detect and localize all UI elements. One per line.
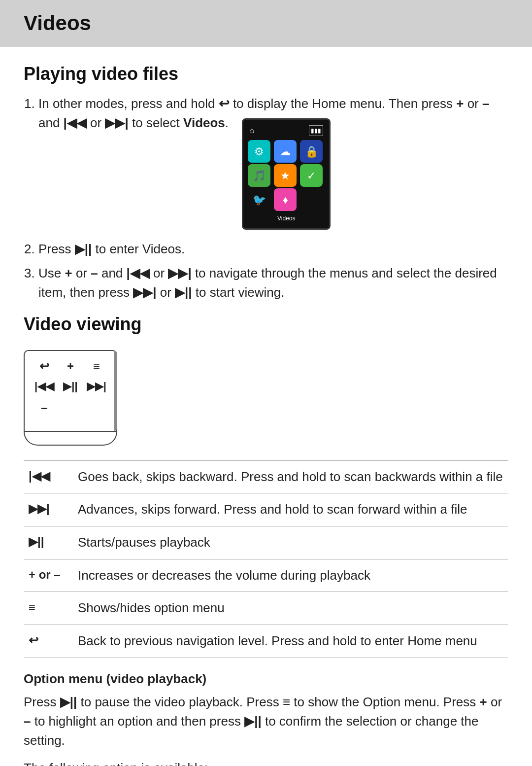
control-symbol-volume: + or – xyxy=(24,559,73,592)
control-row-prev: |◀◀ Goes back, skips backward. Press and… xyxy=(24,460,508,493)
plus-symbol: + xyxy=(61,358,80,375)
following-text: The following option is available: xyxy=(24,759,508,766)
playpause-symbol: ▶|| xyxy=(61,379,80,394)
step-2: Press ▶|| to enter Videos. xyxy=(38,240,508,259)
control-desc-volume: Increases or decreases the volume during… xyxy=(73,559,508,592)
control-symbol-menu: ≡ xyxy=(24,592,73,625)
menu-symbol: ≡ xyxy=(87,358,106,375)
page-title: Videos xyxy=(24,9,508,38)
control-row-menu: ≡ Shows/hides option menu xyxy=(24,592,508,625)
step-1: In other modes, press and hold ↩ to disp… xyxy=(38,94,508,235)
control-row-playpause: ▶|| Starts/pauses playback xyxy=(24,526,508,559)
option-menu-text: Press ▶|| to pause the video playback. P… xyxy=(24,693,508,750)
icon-cell-1: ⚙ xyxy=(248,140,270,163)
control-desc-prev: Goes back, skips backward. Press and hol… xyxy=(73,460,508,493)
prev-symbol: |◀◀ xyxy=(34,379,54,394)
icon-cell-2: ☁ xyxy=(274,140,297,163)
minus-symbol: – xyxy=(34,399,54,416)
control-symbol-prev: |◀◀ xyxy=(24,460,73,493)
device-bottom xyxy=(24,432,117,446)
device-label: Videos xyxy=(246,212,326,225)
controls-table: |◀◀ Goes back, skips backward. Press and… xyxy=(24,460,508,658)
next-symbol: ▶▶| xyxy=(87,379,106,394)
icon-cell-4: 🎵 xyxy=(248,164,270,187)
section-heading-playing: Playing video files xyxy=(24,62,508,86)
battery-icon: ▮▮▮ xyxy=(309,125,323,136)
back-symbol: ↩ xyxy=(34,358,54,375)
control-row-back: ↩ Back to previous navigation level. Pre… xyxy=(24,625,508,658)
playing-steps-list: In other modes, press and hold ↩ to disp… xyxy=(38,94,508,302)
icon-cell-5: ★ xyxy=(274,164,297,187)
control-desc-back: Back to previous navigation level. Press… xyxy=(73,625,508,658)
icon-cell-8: ♦ xyxy=(274,188,297,211)
control-symbol-playpause: ▶|| xyxy=(24,526,73,559)
step-3: Use + or – and |◀◀ or ▶▶| to navigate th… xyxy=(38,264,508,302)
icon-cell-6: ✓ xyxy=(300,164,323,187)
device-icons-grid: ⚙ ☁ 🔒 🎵 ★ ✓ 🐦 ♦ xyxy=(246,139,326,212)
control-row-next: ▶▶| Advances, skips forward. Press and h… xyxy=(24,493,508,526)
device-screenshot: ⌂ ▮▮▮ ⚙ ☁ 🔒 🎵 ★ ✓ 🐦 ♦ Videos xyxy=(242,118,331,230)
page-title-bar: Videos xyxy=(0,0,532,47)
icon-cell-7: 🐦 xyxy=(248,188,270,211)
control-desc-next: Advances, skips forward. Press and hold … xyxy=(73,493,508,526)
video-device-diagram: ↩ + ≡ |◀◀ ▶|| ▶▶| – xyxy=(24,350,117,446)
control-desc-playpause: Starts/pauses playback xyxy=(73,526,508,559)
control-symbol-back: ↩ xyxy=(24,625,73,658)
home-icon: ⌂ xyxy=(249,125,254,137)
section-heading-viewing: Video viewing xyxy=(24,312,508,337)
option-menu-title: Option menu (video playback) xyxy=(24,670,508,688)
control-row-volume: + or – Increases or decreases the volume… xyxy=(24,559,508,592)
control-desc-menu: Shows/hides option menu xyxy=(73,592,508,625)
icon-cell-3: 🔒 xyxy=(300,140,323,163)
control-symbol-next: ▶▶| xyxy=(24,493,73,526)
